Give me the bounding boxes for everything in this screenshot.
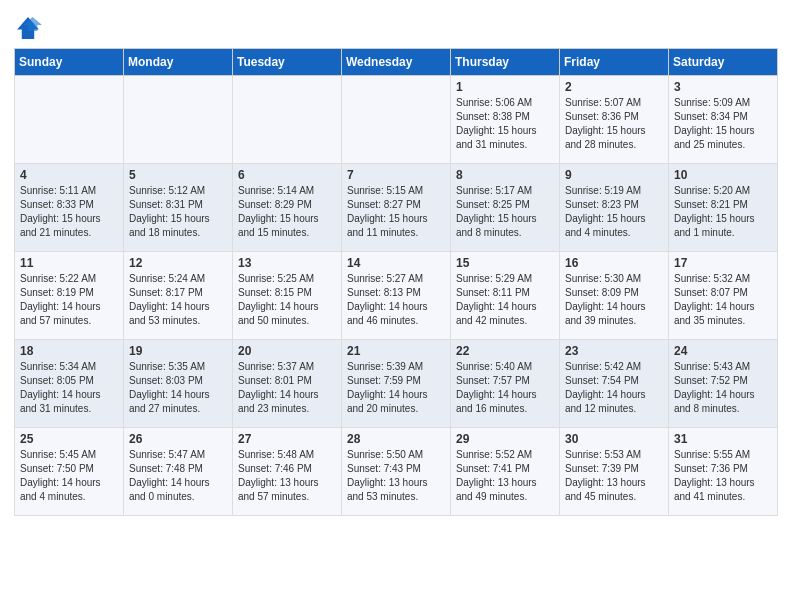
day-cell: 23Sunrise: 5:42 AM Sunset: 7:54 PM Dayli… <box>560 340 669 428</box>
day-cell: 20Sunrise: 5:37 AM Sunset: 8:01 PM Dayli… <box>233 340 342 428</box>
column-header-tuesday: Tuesday <box>233 49 342 76</box>
day-cell: 11Sunrise: 5:22 AM Sunset: 8:19 PM Dayli… <box>15 252 124 340</box>
day-number: 18 <box>20 344 118 358</box>
day-cell: 19Sunrise: 5:35 AM Sunset: 8:03 PM Dayli… <box>124 340 233 428</box>
day-number: 10 <box>674 168 772 182</box>
day-info: Sunrise: 5:29 AM Sunset: 8:11 PM Dayligh… <box>456 272 554 328</box>
day-info: Sunrise: 5:48 AM Sunset: 7:46 PM Dayligh… <box>238 448 336 504</box>
day-number: 5 <box>129 168 227 182</box>
day-cell: 8Sunrise: 5:17 AM Sunset: 8:25 PM Daylig… <box>451 164 560 252</box>
day-number: 26 <box>129 432 227 446</box>
day-number: 29 <box>456 432 554 446</box>
day-info: Sunrise: 5:17 AM Sunset: 8:25 PM Dayligh… <box>456 184 554 240</box>
column-header-monday: Monday <box>124 49 233 76</box>
week-row-3: 11Sunrise: 5:22 AM Sunset: 8:19 PM Dayli… <box>15 252 778 340</box>
day-info: Sunrise: 5:07 AM Sunset: 8:36 PM Dayligh… <box>565 96 663 152</box>
day-cell: 25Sunrise: 5:45 AM Sunset: 7:50 PM Dayli… <box>15 428 124 516</box>
day-info: Sunrise: 5:40 AM Sunset: 7:57 PM Dayligh… <box>456 360 554 416</box>
day-number: 25 <box>20 432 118 446</box>
day-info: Sunrise: 5:14 AM Sunset: 8:29 PM Dayligh… <box>238 184 336 240</box>
day-info: Sunrise: 5:42 AM Sunset: 7:54 PM Dayligh… <box>565 360 663 416</box>
day-number: 30 <box>565 432 663 446</box>
column-header-friday: Friday <box>560 49 669 76</box>
day-info: Sunrise: 5:09 AM Sunset: 8:34 PM Dayligh… <box>674 96 772 152</box>
day-number: 23 <box>565 344 663 358</box>
day-info: Sunrise: 5:45 AM Sunset: 7:50 PM Dayligh… <box>20 448 118 504</box>
day-cell: 13Sunrise: 5:25 AM Sunset: 8:15 PM Dayli… <box>233 252 342 340</box>
week-row-2: 4Sunrise: 5:11 AM Sunset: 8:33 PM Daylig… <box>15 164 778 252</box>
day-cell <box>233 76 342 164</box>
day-info: Sunrise: 5:15 AM Sunset: 8:27 PM Dayligh… <box>347 184 445 240</box>
day-cell: 21Sunrise: 5:39 AM Sunset: 7:59 PM Dayli… <box>342 340 451 428</box>
calendar-container: SundayMondayTuesdayWednesdayThursdayFrid… <box>0 0 792 530</box>
column-header-saturday: Saturday <box>669 49 778 76</box>
week-row-5: 25Sunrise: 5:45 AM Sunset: 7:50 PM Dayli… <box>15 428 778 516</box>
day-number: 14 <box>347 256 445 270</box>
day-number: 19 <box>129 344 227 358</box>
logo-icon <box>14 14 42 42</box>
day-info: Sunrise: 5:34 AM Sunset: 8:05 PM Dayligh… <box>20 360 118 416</box>
day-cell: 24Sunrise: 5:43 AM Sunset: 7:52 PM Dayli… <box>669 340 778 428</box>
day-info: Sunrise: 5:20 AM Sunset: 8:21 PM Dayligh… <box>674 184 772 240</box>
day-cell: 5Sunrise: 5:12 AM Sunset: 8:31 PM Daylig… <box>124 164 233 252</box>
day-cell: 31Sunrise: 5:55 AM Sunset: 7:36 PM Dayli… <box>669 428 778 516</box>
day-number: 28 <box>347 432 445 446</box>
day-number: 12 <box>129 256 227 270</box>
day-number: 22 <box>456 344 554 358</box>
day-info: Sunrise: 5:32 AM Sunset: 8:07 PM Dayligh… <box>674 272 772 328</box>
day-info: Sunrise: 5:06 AM Sunset: 8:38 PM Dayligh… <box>456 96 554 152</box>
day-number: 1 <box>456 80 554 94</box>
day-info: Sunrise: 5:47 AM Sunset: 7:48 PM Dayligh… <box>129 448 227 504</box>
day-number: 17 <box>674 256 772 270</box>
day-cell: 30Sunrise: 5:53 AM Sunset: 7:39 PM Dayli… <box>560 428 669 516</box>
column-header-thursday: Thursday <box>451 49 560 76</box>
day-number: 15 <box>456 256 554 270</box>
day-info: Sunrise: 5:27 AM Sunset: 8:13 PM Dayligh… <box>347 272 445 328</box>
header-row: SundayMondayTuesdayWednesdayThursdayFrid… <box>15 49 778 76</box>
day-cell: 2Sunrise: 5:07 AM Sunset: 8:36 PM Daylig… <box>560 76 669 164</box>
day-info: Sunrise: 5:24 AM Sunset: 8:17 PM Dayligh… <box>129 272 227 328</box>
day-cell <box>124 76 233 164</box>
day-cell: 4Sunrise: 5:11 AM Sunset: 8:33 PM Daylig… <box>15 164 124 252</box>
day-cell: 29Sunrise: 5:52 AM Sunset: 7:41 PM Dayli… <box>451 428 560 516</box>
day-info: Sunrise: 5:39 AM Sunset: 7:59 PM Dayligh… <box>347 360 445 416</box>
day-info: Sunrise: 5:25 AM Sunset: 8:15 PM Dayligh… <box>238 272 336 328</box>
day-info: Sunrise: 5:52 AM Sunset: 7:41 PM Dayligh… <box>456 448 554 504</box>
day-cell: 10Sunrise: 5:20 AM Sunset: 8:21 PM Dayli… <box>669 164 778 252</box>
day-info: Sunrise: 5:19 AM Sunset: 8:23 PM Dayligh… <box>565 184 663 240</box>
day-number: 31 <box>674 432 772 446</box>
logo[interactable] <box>14 10 46 42</box>
day-info: Sunrise: 5:55 AM Sunset: 7:36 PM Dayligh… <box>674 448 772 504</box>
day-cell: 9Sunrise: 5:19 AM Sunset: 8:23 PM Daylig… <box>560 164 669 252</box>
day-info: Sunrise: 5:12 AM Sunset: 8:31 PM Dayligh… <box>129 184 227 240</box>
day-info: Sunrise: 5:37 AM Sunset: 8:01 PM Dayligh… <box>238 360 336 416</box>
day-cell: 16Sunrise: 5:30 AM Sunset: 8:09 PM Dayli… <box>560 252 669 340</box>
day-number: 21 <box>347 344 445 358</box>
day-info: Sunrise: 5:43 AM Sunset: 7:52 PM Dayligh… <box>674 360 772 416</box>
day-number: 3 <box>674 80 772 94</box>
day-number: 7 <box>347 168 445 182</box>
day-info: Sunrise: 5:50 AM Sunset: 7:43 PM Dayligh… <box>347 448 445 504</box>
day-cell: 22Sunrise: 5:40 AM Sunset: 7:57 PM Dayli… <box>451 340 560 428</box>
day-number: 4 <box>20 168 118 182</box>
day-number: 6 <box>238 168 336 182</box>
day-cell: 28Sunrise: 5:50 AM Sunset: 7:43 PM Dayli… <box>342 428 451 516</box>
day-cell <box>15 76 124 164</box>
day-number: 13 <box>238 256 336 270</box>
day-cell: 1Sunrise: 5:06 AM Sunset: 8:38 PM Daylig… <box>451 76 560 164</box>
day-cell: 14Sunrise: 5:27 AM Sunset: 8:13 PM Dayli… <box>342 252 451 340</box>
column-header-sunday: Sunday <box>15 49 124 76</box>
header <box>14 10 778 42</box>
day-cell: 26Sunrise: 5:47 AM Sunset: 7:48 PM Dayli… <box>124 428 233 516</box>
day-number: 8 <box>456 168 554 182</box>
day-cell: 15Sunrise: 5:29 AM Sunset: 8:11 PM Dayli… <box>451 252 560 340</box>
day-number: 11 <box>20 256 118 270</box>
day-cell: 12Sunrise: 5:24 AM Sunset: 8:17 PM Dayli… <box>124 252 233 340</box>
week-row-4: 18Sunrise: 5:34 AM Sunset: 8:05 PM Dayli… <box>15 340 778 428</box>
week-row-1: 1Sunrise: 5:06 AM Sunset: 8:38 PM Daylig… <box>15 76 778 164</box>
day-number: 24 <box>674 344 772 358</box>
day-cell: 27Sunrise: 5:48 AM Sunset: 7:46 PM Dayli… <box>233 428 342 516</box>
day-cell: 3Sunrise: 5:09 AM Sunset: 8:34 PM Daylig… <box>669 76 778 164</box>
day-number: 16 <box>565 256 663 270</box>
day-info: Sunrise: 5:35 AM Sunset: 8:03 PM Dayligh… <box>129 360 227 416</box>
